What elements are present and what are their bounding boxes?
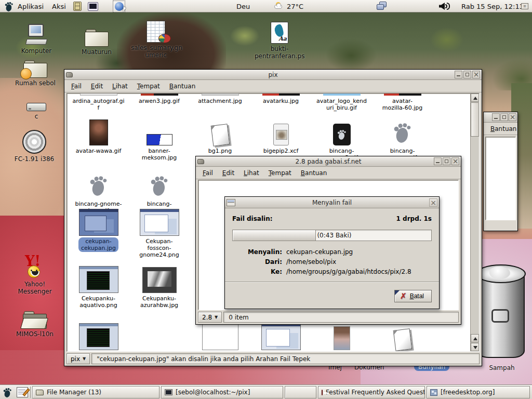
file-item[interactable]: cekupan- cekupan.jpg — [68, 209, 129, 252]
menu-bantuan[interactable]: Bantuan — [296, 168, 331, 178]
file-item[interactable]: bigepip2.xcf — [250, 118, 311, 155]
file-item[interactable]: attachment.jpg — [190, 94, 250, 105]
file-item[interactable]: bincang- gnome.png — [129, 171, 190, 215]
notification-tray-icon[interactable]: ≡ — [521, 0, 528, 12]
taskbar-notes-launcher[interactable] — [17, 385, 28, 399]
menu-tempat[interactable]: Tempat — [132, 81, 165, 91]
help-window-titlebar[interactable] — [484, 112, 517, 123]
task-button-empty[interactable] — [285, 386, 316, 398]
task-button-festival-frequently-asked-questions-f[interactable]: Festival Frequently Asked Questions (F — [318, 386, 425, 398]
file-item[interactable] — [190, 323, 250, 351]
desktop-icon-rumah-sebol[interactable]: Rumah sebol — [10, 52, 60, 87]
file-item[interactable]: avatar-wawa.gif — [68, 118, 129, 155]
remote-titlebar[interactable]: 2.8 pada gabai.sf.net — [196, 156, 461, 167]
task-button-freedesktop-org[interactable]: [freedesktop.org] — [427, 386, 530, 398]
file-cabinet-launcher[interactable] — [73, 0, 82, 12]
menu-bantuan[interactable]: Bantuan — [165, 81, 200, 91]
desktop-icon-c[interactable]: c — [11, 85, 61, 120]
web-browser-launcher[interactable] — [113, 0, 125, 12]
scroll-up-button[interactable] — [471, 94, 479, 102]
menu-aplikasi[interactable]: Aplikasi — [18, 0, 44, 12]
file-item[interactable]: banner- meksom.jpg — [129, 118, 190, 162]
menu-edit[interactable]: Edit — [86, 81, 108, 91]
terminal-launcher[interactable] — [88, 0, 98, 12]
file-name: attachment.jpg — [195, 97, 244, 105]
task-button-file-manager-13[interactable]: File Manager (13) — [32, 386, 159, 398]
menu-edit[interactable]: Edit — [218, 168, 239, 178]
close-button[interactable] — [451, 157, 459, 165]
gnome-foot — [372, 118, 433, 145]
file-item[interactable] — [311, 323, 372, 351]
trash-icon[interactable]: Sampah — [476, 261, 528, 371]
maximize-button[interactable] — [463, 71, 471, 78]
menu-bantuan[interactable]: Bantuan — [486, 124, 521, 134]
pix-titlebar[interactable]: pix — [64, 70, 482, 80]
file-item[interactable]: bincang-gnome- lace.gif — [68, 171, 129, 215]
image-sliver-f — [372, 94, 433, 96]
file-item[interactable] — [372, 323, 433, 351]
copying-label: Menyalin: — [232, 248, 282, 256]
taskbar-gnome-menu[interactable] — [2, 385, 13, 399]
weather-applet[interactable] — [274, 0, 286, 12]
file-item[interactable]: Cekupanku- aquativo.png — [68, 266, 129, 309]
desktop-icon-muaturun[interactable]: Muaturun — [72, 21, 122, 56]
note-image — [190, 118, 250, 145]
file-item[interactable]: Cekupan- fosscon- gnome24.png — [129, 209, 190, 259]
desktop-icon-komputer[interactable]: Komputer — [11, 20, 61, 55]
desktop-icon-bukti-[interactable]: Aabukti- pentranferan.ps — [255, 18, 304, 60]
menu-lihat[interactable]: Lihat — [108, 81, 132, 91]
scrollbar-thumb[interactable] — [471, 102, 479, 137]
volume-applet[interactable] — [439, 0, 450, 12]
menu-lihat[interactable]: Lihat — [239, 168, 264, 178]
help-window[interactable]: Bantuan — [483, 112, 518, 231]
menu-fail[interactable]: Fail — [198, 168, 218, 178]
keyboard-layout-indicator[interactable]: Deu — [236, 0, 250, 12]
minimize-button[interactable] — [455, 71, 462, 78]
pix-window-title: pix — [64, 71, 482, 78]
clock-applet[interactable]: Rab 15 Sep, 12:13 — [461, 0, 524, 12]
file-item[interactable]: ardina_autograf.gi f — [68, 94, 129, 112]
vertical-scrollbar[interactable] — [470, 94, 479, 351]
location-dropdown[interactable]: 2.8 ▼ — [198, 312, 222, 323]
file-item[interactable]: bg1.png — [190, 118, 250, 155]
file-item[interactable]: avatar_logo_kend uri_biru.gif — [311, 94, 372, 112]
file-item[interactable] — [68, 323, 129, 351]
banner-image — [129, 118, 190, 145]
file-item[interactable]: avatar- mozilla-60.jpg — [372, 94, 433, 112]
desktop-icon-fc-1-91-i386[interactable]: FC-1.91 i386 — [9, 128, 59, 163]
desktop-icon-mimos-l10n[interactable]: MIMOS-l10n — [10, 303, 60, 338]
desktop-icon-sales-sumary-gn[interactable]: sales_sumary.gn umeric — [131, 17, 181, 59]
menu-tempat[interactable]: Tempat — [264, 168, 296, 178]
desktop-root: { "panel": { "menus": ["Aplikasi", "Aksi… — [0, 0, 532, 399]
tray-flag-icon: ≡ — [521, 3, 528, 9]
scroll-up-button-secondary[interactable] — [471, 334, 479, 342]
file-item[interactable]: bincang- gnome.gif — [372, 118, 433, 162]
desktop-icon-yahoo-[interactable]: Y!Yahoo! Messenger — [10, 253, 60, 295]
maximize-button[interactable] — [443, 157, 450, 165]
file-name: Cekupanku- azurahbw.jpg — [138, 295, 181, 309]
close-button[interactable] — [509, 113, 516, 121]
menu-fail[interactable]: Fail — [66, 81, 86, 91]
file-item[interactable] — [250, 323, 311, 351]
task-button-sebol-localhost-pix[interactable]: [sebol@localhost:~/pix] — [161, 386, 283, 398]
copy-file-dialog[interactable]: Menyalin fail × Fail disalin: 1 drpd. 1s… — [224, 196, 440, 309]
cancel-button[interactable]: ✗ Batal — [394, 290, 432, 302]
close-button[interactable] — [472, 71, 480, 78]
file-item[interactable]: bincang- gnome2.gif — [311, 118, 372, 162]
gnome-main-menu-icon[interactable] — [4, 0, 15, 12]
scroll-down-button[interactable] — [471, 343, 479, 351]
location-dropdown[interactable]: pix ▼ — [66, 353, 90, 364]
file-item[interactable]: avatarku.jpg — [250, 94, 311, 105]
workspace-monitors-applet[interactable] — [376, 0, 388, 12]
file-item[interactable]: arwen3.jpg.gif — [129, 94, 190, 105]
menu-aksi[interactable]: Aksi — [52, 0, 66, 12]
trash-paper — [489, 267, 510, 279]
minimize-button[interactable] — [492, 113, 500, 121]
desktop-icon-label: Yahoo! Messenger — [10, 281, 60, 295]
dialog-titlebar[interactable]: Menyalin fail × — [225, 197, 439, 208]
close-button[interactable]: × — [429, 198, 437, 207]
maximize-button[interactable] — [500, 113, 508, 121]
minimize-button[interactable] — [434, 157, 442, 165]
file-item[interactable]: Cekupanku- azurahbw.jpg — [129, 266, 190, 309]
dual-monitor-icon — [376, 1, 388, 11]
